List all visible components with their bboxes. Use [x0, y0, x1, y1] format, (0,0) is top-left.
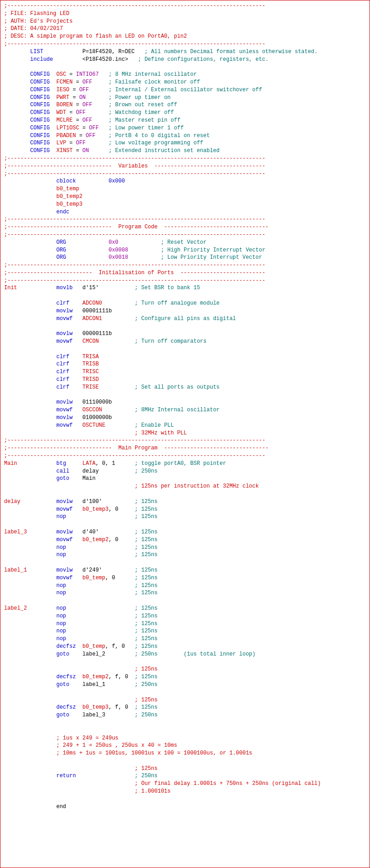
code-line: clrf TRISD [4, 376, 366, 384]
code-line: ; AUTH: Ed's Projects [4, 18, 366, 25]
code-line: movwf OSCCON ; 8MHz Internal oscillator [4, 406, 366, 414]
code-line: ; DATE: 04/02/2017 [4, 25, 366, 33]
code-line: movwf b0_temp2, 0 ; 125ns [4, 536, 366, 544]
code-line [4, 689, 366, 696]
code-line: clrf TRISB [4, 360, 366, 368]
code-line: label_3 movlw d'40' ; 125ns [4, 528, 366, 536]
code-line: nop ; 125ns [4, 513, 366, 521]
code-line: ; FILE: Flashing LED [4, 10, 366, 18]
code-line: nop ; 125ns [4, 589, 366, 597]
code-line: CONFIG IESO = OFF ; Internal / External … [4, 86, 366, 94]
code-line: nop ; 125ns [4, 627, 366, 635]
code-line: goto label_1 ; 250ns [4, 681, 366, 689]
code-line: ; 1us x 249 = 249us [4, 735, 366, 742]
code-line: ; 125ns [4, 765, 366, 773]
code-line: movwf OSCTUNE ; Enable PLL [4, 422, 366, 429]
code-line: clrf TRISE ; Set all ports as outputs [4, 384, 366, 391]
code-line: decfsz b0_temp2, f, 0 ; 125ns [4, 673, 366, 681]
code-line: Main btg LATA, 0, 1 ; toggle portA0, BSR… [4, 460, 366, 468]
code-line [4, 490, 366, 498]
code-line: CONFIG PWRT = ON ; Power up timer on [4, 94, 366, 102]
code-line: ; 249 + 1 = 250us , 250us x 40 = 10ms [4, 742, 366, 750]
code-line: movlw 01000000b [4, 414, 366, 422]
code-line [4, 559, 366, 567]
code-line: ;---------------------------------------… [4, 231, 366, 239]
code-line: ;-------------------------------- Progra… [4, 223, 366, 231]
code-line: ;---------------------------------------… [4, 452, 366, 460]
code-line: endc [4, 208, 366, 216]
code-line: ;-------------------------------- Main P… [4, 444, 366, 452]
code-line [4, 727, 366, 735]
code-line: CONFIG LVP = OFF ; Low voltage programmi… [4, 139, 366, 147]
code-line: ; 1.000101s [4, 788, 366, 795]
code-line: call delay ; 250ns [4, 468, 366, 475]
code-line: movlw 00000111b [4, 330, 366, 338]
code-line: b0_temp2 [4, 193, 366, 201]
code-line: movwf ADCON1 ; Configure all pins as dig… [4, 315, 366, 323]
code-line [4, 795, 366, 803]
code-line: ;---------------------------------------… [4, 40, 366, 48]
code-line [4, 391, 366, 399]
code-line [4, 757, 366, 765]
code-line: CONFIG MCLRE = OFF ; Master reset pin of… [4, 117, 366, 124]
code-line: nop ; 125ns [4, 612, 366, 620]
code-line: ;---------------------------------------… [4, 216, 366, 223]
code-line: ORG 0x0008 ; High Priority Interrupt Vec… [4, 247, 366, 254]
code-line: ORG 0x0 ; Reset Vector [4, 239, 366, 247]
code-line: movlw 01110000b [4, 399, 366, 406]
code-line [4, 322, 366, 330]
code-line: return ; 250ns [4, 772, 366, 780]
code-line: clrf ADCON0 ; Turn off analogue module [4, 300, 366, 307]
code-line: end [4, 803, 366, 811]
code-line: ORG 0x0018 ; Low Priority Interrupt Vect… [4, 254, 366, 261]
code-line: Init movlb d'15' ; Set BSR to bank 15 [4, 284, 366, 292]
code-line: ;---------------------------------------… [4, 437, 366, 444]
code-line: delay movlw d'100' ; 125ns [4, 498, 366, 506]
code-line: ;---------------------------------------… [4, 2, 366, 10]
code-line: goto Main [4, 475, 366, 483]
code-line: clrf TRISA [4, 353, 366, 361]
code-line: movwf b0_temp3, 0 ; 125ns [4, 506, 366, 513]
code-line: LIST P=18F4520, R=DEC ; All numbers Deci… [4, 48, 366, 56]
code-line: ; 125ns per instruction at 32MHz clock [4, 483, 366, 490]
code-line: ;-------------------------------- Variab… [4, 163, 366, 170]
code-line [4, 719, 366, 727]
code-line: CONFIG WDT = OFF ; Watchdog timer off [4, 109, 366, 117]
code-line [4, 63, 366, 71]
code-line: decfsz b0_temp, f, 0 ; 125ns [4, 643, 366, 651]
code-line: CONFIG FCMEN = OFF ; Failsafe clock moni… [4, 79, 366, 86]
code-line: ;---------------------------------------… [4, 261, 366, 269]
code-line: label_1 movlw d'249' ; 125ns [4, 567, 366, 574]
code-line: goto label_2 ; 250ns (1us total inner lo… [4, 651, 366, 658]
code-line: cblock 0x000 [4, 178, 366, 185]
code-line: ; 125ns [4, 696, 366, 704]
code-line: b0_temp3 [4, 201, 366, 208]
code-line: ; Our final delay 1.0001s + 750ns + 250n… [4, 780, 366, 788]
code-line: nop ; 125ns [4, 620, 366, 628]
code-line: ;---------------------------------------… [4, 277, 366, 285]
code-line: CONFIG OSC = INTIO67 ; 8 MHz internal os… [4, 71, 366, 79]
code-line [4, 521, 366, 528]
code-line: label_2 nop ; 125ns [4, 605, 366, 612]
code-line: movlw 00001111b [4, 307, 366, 315]
code-line: CONFIG PBADEN = OFF ; PortB 4 to 0 digit… [4, 132, 366, 140]
code-line: goto label_3 ; 250ns [4, 711, 366, 719]
code-line: nop ; 125ns [4, 582, 366, 590]
code-line: ;---------------------------------------… [4, 155, 366, 163]
code-line: CONFIG XINST = ON ; Extended instruction… [4, 147, 366, 155]
code-line: ;-------------------------- Initialisati… [4, 269, 366, 277]
code-line: nop ; 125ns [4, 544, 366, 552]
code-line: CONFIG BOREN = OFF ; Brown out reset off [4, 101, 366, 109]
code-line: movwf b0_temp, 0 ; 125ns [4, 574, 366, 582]
code-line [4, 292, 366, 300]
code-line: nop ; 125ns [4, 551, 366, 559]
code-line: decfsz b0_temp3, f, 0 ; 125ns [4, 704, 366, 711]
code-line: ; 125ns [4, 666, 366, 673]
code-line: nop ; 125ns [4, 635, 366, 643]
code-line: include <P18F4520.inc> ; Define configur… [4, 56, 366, 64]
code-line [4, 597, 366, 605]
code-line: clrf TRISC [4, 368, 366, 376]
code-line: movwf CMCON ; Turn off comparators [4, 338, 366, 345]
code-line: ; 10ms + 1us = 1001us, 10001us x 100 = 1… [4, 750, 366, 757]
code-line: ; DESC: A simple program to flash an LED… [4, 33, 366, 40]
